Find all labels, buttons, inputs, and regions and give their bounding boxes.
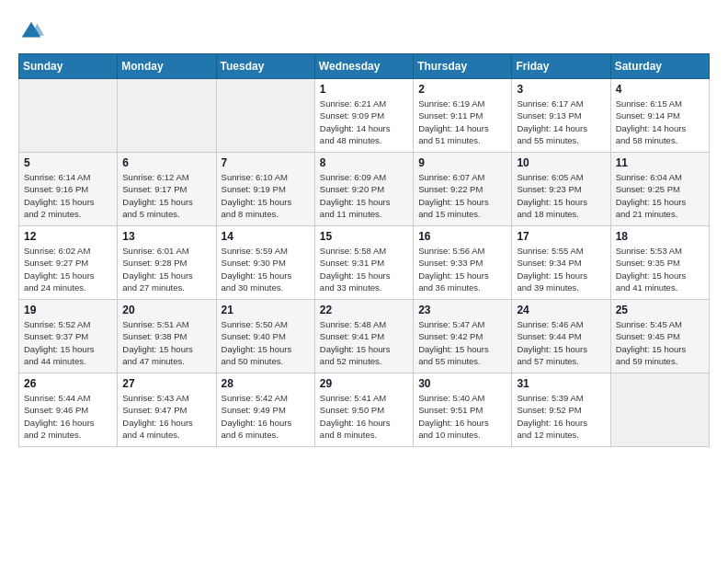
logo-icon [18,18,44,44]
calendar-cell: 30Sunrise: 5:40 AM Sunset: 9:51 PM Dayli… [414,373,512,447]
day-info: Sunrise: 6:05 AM Sunset: 9:23 PM Dayligh… [517,171,605,220]
day-number: 17 [517,230,605,243]
day-number: 24 [517,304,605,316]
calendar-cell: 9Sunrise: 6:07 AM Sunset: 9:22 PM Daylig… [414,153,512,226]
day-info: Sunrise: 6:15 AM Sunset: 9:14 PM Dayligh… [616,98,704,146]
calendar-cell: 26Sunrise: 5:44 AM Sunset: 9:46 PM Dayli… [19,373,118,447]
logo [18,18,46,44]
weekday-header-wednesday: Wednesday [314,54,413,79]
calendar-cell: 10Sunrise: 6:05 AM Sunset: 9:23 PM Dayli… [512,153,610,226]
week-row-2: 5Sunrise: 6:14 AM Sunset: 9:16 PM Daylig… [19,153,710,226]
calendar-cell: 8Sunrise: 6:09 AM Sunset: 9:20 PM Daylig… [314,153,413,226]
day-number: 8 [320,156,408,169]
day-number: 4 [616,83,704,96]
calendar-cell: 13Sunrise: 6:01 AM Sunset: 9:28 PM Dayli… [118,226,216,300]
calendar-table: SundayMondayTuesdayWednesdayThursdayFrid… [18,53,710,447]
weekday-header-monday: Monday [118,54,216,79]
day-number: 23 [418,304,506,316]
day-number: 5 [24,156,112,169]
weekday-header-saturday: Saturday [610,54,709,79]
calendar-cell: 15Sunrise: 5:58 AM Sunset: 9:31 PM Dayli… [314,226,413,300]
calendar-cell [118,79,216,153]
week-row-4: 19Sunrise: 5:52 AM Sunset: 9:37 PM Dayli… [19,300,710,373]
day-number: 7 [222,156,310,169]
day-info: Sunrise: 6:17 AM Sunset: 9:13 PM Dayligh… [517,98,605,146]
calendar-cell: 31Sunrise: 5:39 AM Sunset: 9:52 PM Dayli… [512,373,610,447]
day-info: Sunrise: 5:39 AM Sunset: 9:52 PM Dayligh… [517,392,605,441]
calendar-cell: 22Sunrise: 5:48 AM Sunset: 9:41 PM Dayli… [314,300,413,373]
day-info: Sunrise: 5:40 AM Sunset: 9:51 PM Dayligh… [418,392,506,441]
calendar-cell: 5Sunrise: 6:14 AM Sunset: 9:16 PM Daylig… [19,153,118,226]
day-number: 21 [222,304,310,316]
calendar-cell: 11Sunrise: 6:04 AM Sunset: 9:25 PM Dayli… [610,153,709,226]
day-info: Sunrise: 6:14 AM Sunset: 9:16 PM Dayligh… [24,171,112,220]
day-number: 26 [24,377,112,390]
day-number: 27 [122,377,210,390]
day-info: Sunrise: 5:59 AM Sunset: 9:30 PM Dayligh… [222,245,310,293]
calendar-cell: 16Sunrise: 5:56 AM Sunset: 9:33 PM Dayli… [414,226,512,300]
calendar-cell: 6Sunrise: 6:12 AM Sunset: 9:17 PM Daylig… [118,153,216,226]
weekday-header-friday: Friday [512,54,610,79]
week-row-3: 12Sunrise: 6:02 AM Sunset: 9:27 PM Dayli… [19,226,710,300]
calendar-cell: 14Sunrise: 5:59 AM Sunset: 9:30 PM Dayli… [216,226,314,300]
day-info: Sunrise: 6:01 AM Sunset: 9:28 PM Dayligh… [122,245,210,293]
calendar-cell: 21Sunrise: 5:50 AM Sunset: 9:40 PM Dayli… [216,300,314,373]
day-number: 28 [222,377,310,390]
day-number: 22 [320,304,408,316]
day-info: Sunrise: 5:50 AM Sunset: 9:40 PM Dayligh… [222,318,310,367]
calendar-cell: 17Sunrise: 5:55 AM Sunset: 9:34 PM Dayli… [512,226,610,300]
day-number: 9 [418,156,506,169]
day-info: Sunrise: 6:19 AM Sunset: 9:11 PM Dayligh… [418,98,506,146]
day-number: 1 [320,83,408,96]
day-info: Sunrise: 5:41 AM Sunset: 9:50 PM Dayligh… [320,392,408,441]
day-info: Sunrise: 6:07 AM Sunset: 9:22 PM Dayligh… [418,171,506,220]
day-info: Sunrise: 5:48 AM Sunset: 9:41 PM Dayligh… [320,318,408,367]
day-info: Sunrise: 6:21 AM Sunset: 9:09 PM Dayligh… [320,98,408,146]
day-info: Sunrise: 6:09 AM Sunset: 9:20 PM Dayligh… [320,171,408,220]
day-number: 2 [418,83,506,96]
weekday-header-row: SundayMondayTuesdayWednesdayThursdayFrid… [19,54,710,79]
day-number: 12 [24,230,112,243]
day-number: 31 [517,377,605,390]
calendar-cell [216,79,314,153]
calendar-cell: 28Sunrise: 5:42 AM Sunset: 9:49 PM Dayli… [216,373,314,447]
weekday-header-tuesday: Tuesday [216,54,314,79]
calendar-cell: 1Sunrise: 6:21 AM Sunset: 9:09 PM Daylig… [314,79,413,153]
calendar-cell: 20Sunrise: 5:51 AM Sunset: 9:38 PM Dayli… [118,300,216,373]
day-info: Sunrise: 6:02 AM Sunset: 9:27 PM Dayligh… [24,245,112,293]
day-number: 3 [517,83,605,96]
calendar-cell: 23Sunrise: 5:47 AM Sunset: 9:42 PM Dayli… [414,300,512,373]
day-number: 18 [616,230,704,243]
day-number: 16 [418,230,506,243]
calendar-cell: 27Sunrise: 5:43 AM Sunset: 9:47 PM Dayli… [118,373,216,447]
calendar-cell: 12Sunrise: 6:02 AM Sunset: 9:27 PM Dayli… [19,226,118,300]
week-row-1: 1Sunrise: 6:21 AM Sunset: 9:09 PM Daylig… [19,79,710,153]
day-info: Sunrise: 5:46 AM Sunset: 9:44 PM Dayligh… [517,318,605,367]
day-info: Sunrise: 5:53 AM Sunset: 9:35 PM Dayligh… [616,245,704,293]
day-info: Sunrise: 6:12 AM Sunset: 9:17 PM Dayligh… [122,171,210,220]
day-number: 19 [24,304,112,316]
page-header [18,18,710,44]
day-number: 14 [222,230,310,243]
week-row-5: 26Sunrise: 5:44 AM Sunset: 9:46 PM Dayli… [19,373,710,447]
day-number: 25 [616,304,704,316]
calendar-cell: 25Sunrise: 5:45 AM Sunset: 9:45 PM Dayli… [610,300,709,373]
day-info: Sunrise: 5:56 AM Sunset: 9:33 PM Dayligh… [418,245,506,293]
day-number: 30 [418,377,506,390]
calendar-cell: 18Sunrise: 5:53 AM Sunset: 9:35 PM Dayli… [610,226,709,300]
calendar-cell: 19Sunrise: 5:52 AM Sunset: 9:37 PM Dayli… [19,300,118,373]
day-info: Sunrise: 6:04 AM Sunset: 9:25 PM Dayligh… [616,171,704,220]
day-number: 20 [122,304,210,316]
calendar-cell: 29Sunrise: 5:41 AM Sunset: 9:50 PM Dayli… [314,373,413,447]
weekday-header-sunday: Sunday [19,54,118,79]
day-number: 11 [616,156,704,169]
day-info: Sunrise: 5:58 AM Sunset: 9:31 PM Dayligh… [320,245,408,293]
calendar-cell: 24Sunrise: 5:46 AM Sunset: 9:44 PM Dayli… [512,300,610,373]
day-info: Sunrise: 5:42 AM Sunset: 9:49 PM Dayligh… [222,392,310,441]
day-number: 10 [517,156,605,169]
day-info: Sunrise: 5:52 AM Sunset: 9:37 PM Dayligh… [24,318,112,367]
day-info: Sunrise: 5:43 AM Sunset: 9:47 PM Dayligh… [122,392,210,441]
day-info: Sunrise: 5:44 AM Sunset: 9:46 PM Dayligh… [24,392,112,441]
day-number: 29 [320,377,408,390]
day-info: Sunrise: 5:51 AM Sunset: 9:38 PM Dayligh… [122,318,210,367]
